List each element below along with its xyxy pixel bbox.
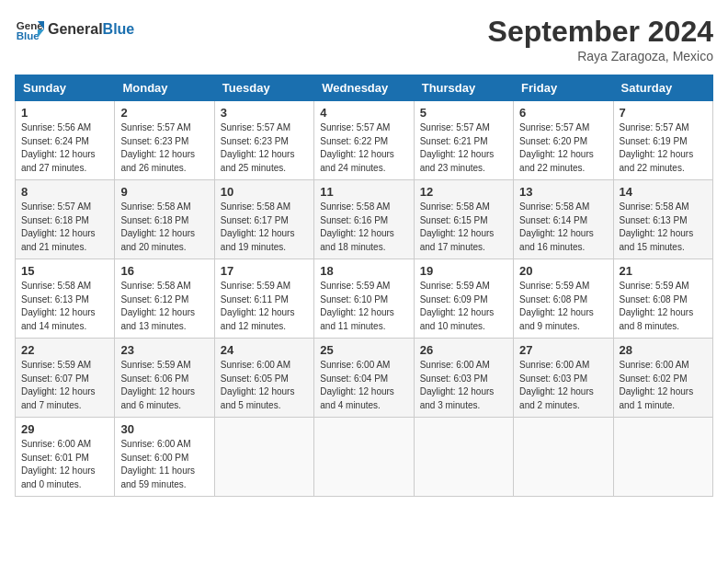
day-number: 7 xyxy=(620,106,707,120)
calendar-cell xyxy=(613,418,712,497)
calendar-cell: 22Sunrise: 5:59 AM Sunset: 6:07 PM Dayli… xyxy=(16,339,115,418)
day-info: Sunrise: 6:00 AM Sunset: 6:03 PM Dayligh… xyxy=(519,359,607,412)
day-info: Sunrise: 5:57 AM Sunset: 6:18 PM Dayligh… xyxy=(21,201,108,254)
day-number: 3 xyxy=(221,106,308,120)
day-number: 26 xyxy=(420,343,507,357)
calendar-cell: 5Sunrise: 5:57 AM Sunset: 6:21 PM Daylig… xyxy=(414,101,513,180)
day-number: 15 xyxy=(21,264,108,278)
calendar-cell: 13Sunrise: 5:58 AM Sunset: 6:14 PM Dayli… xyxy=(514,180,613,259)
calendar-header: SundayMondayTuesdayWednesdayThursdayFrid… xyxy=(16,75,713,101)
day-number: 28 xyxy=(620,343,707,357)
calendar-cell xyxy=(214,418,313,497)
day-info: Sunrise: 6:00 AM Sunset: 6:00 PM Dayligh… xyxy=(120,438,208,491)
logo-text: GeneralBlue xyxy=(48,20,134,38)
day-number: 17 xyxy=(221,264,308,278)
weekday-saturday: Saturday xyxy=(613,75,712,101)
calendar-cell: 7Sunrise: 5:57 AM Sunset: 6:19 PM Daylig… xyxy=(613,101,712,180)
calendar-cell: 25Sunrise: 6:00 AM Sunset: 6:04 PM Dayli… xyxy=(314,339,414,418)
calendar-cell xyxy=(414,418,513,497)
day-info: Sunrise: 6:00 AM Sunset: 6:02 PM Dayligh… xyxy=(620,359,707,412)
day-info: Sunrise: 5:58 AM Sunset: 6:17 PM Dayligh… xyxy=(221,201,308,254)
page-header: General Blue GeneralBlue September 2024 … xyxy=(15,15,713,63)
calendar-cell: 27Sunrise: 6:00 AM Sunset: 6:03 PM Dayli… xyxy=(514,339,613,418)
calendar-cell: 10Sunrise: 5:58 AM Sunset: 6:17 PM Dayli… xyxy=(214,180,313,259)
day-number: 18 xyxy=(320,264,407,278)
day-info: Sunrise: 5:57 AM Sunset: 6:20 PM Dayligh… xyxy=(519,121,607,175)
day-number: 1 xyxy=(21,106,108,120)
day-info: Sunrise: 6:00 AM Sunset: 6:05 PM Dayligh… xyxy=(221,359,308,412)
calendar-cell: 9Sunrise: 5:58 AM Sunset: 6:18 PM Daylig… xyxy=(115,180,214,259)
weekday-tuesday: Tuesday xyxy=(214,75,313,101)
calendar-cell: 11Sunrise: 5:58 AM Sunset: 6:16 PM Dayli… xyxy=(314,180,414,259)
day-info: Sunrise: 5:58 AM Sunset: 6:13 PM Dayligh… xyxy=(620,201,707,254)
day-number: 27 xyxy=(519,343,607,357)
day-number: 14 xyxy=(620,185,707,199)
day-info: Sunrise: 5:59 AM Sunset: 6:09 PM Dayligh… xyxy=(420,280,507,333)
day-number: 24 xyxy=(221,343,308,357)
calendar-cell: 6Sunrise: 5:57 AM Sunset: 6:20 PM Daylig… xyxy=(514,101,613,180)
day-number: 9 xyxy=(120,185,208,199)
day-info: Sunrise: 5:59 AM Sunset: 6:07 PM Dayligh… xyxy=(21,359,108,412)
calendar-cell: 19Sunrise: 5:59 AM Sunset: 6:09 PM Dayli… xyxy=(414,259,513,339)
day-number: 8 xyxy=(21,185,108,199)
day-number: 22 xyxy=(21,343,108,357)
calendar-cell: 2Sunrise: 5:57 AM Sunset: 6:23 PM Daylig… xyxy=(115,101,214,180)
day-info: Sunrise: 5:58 AM Sunset: 6:18 PM Dayligh… xyxy=(120,201,208,254)
calendar-week-5: 29Sunrise: 6:00 AM Sunset: 6:01 PM Dayli… xyxy=(16,418,713,497)
day-info: Sunrise: 5:57 AM Sunset: 6:23 PM Dayligh… xyxy=(120,121,208,175)
day-number: 6 xyxy=(519,106,607,120)
calendar-table: SundayMondayTuesdayWednesdayThursdayFrid… xyxy=(15,75,713,497)
calendar-cell: 1Sunrise: 5:56 AM Sunset: 6:24 PM Daylig… xyxy=(16,101,115,180)
day-info: Sunrise: 5:59 AM Sunset: 6:11 PM Dayligh… xyxy=(221,280,308,333)
day-number: 21 xyxy=(620,264,707,278)
calendar-cell xyxy=(514,418,613,497)
calendar-cell: 18Sunrise: 5:59 AM Sunset: 6:10 PM Dayli… xyxy=(314,259,414,339)
day-info: Sunrise: 5:59 AM Sunset: 6:06 PM Dayligh… xyxy=(120,359,208,412)
calendar-cell: 21Sunrise: 5:59 AM Sunset: 6:08 PM Dayli… xyxy=(613,259,712,339)
weekday-wednesday: Wednesday xyxy=(314,75,414,101)
day-info: Sunrise: 5:58 AM Sunset: 6:15 PM Dayligh… xyxy=(420,201,507,254)
day-info: Sunrise: 6:00 AM Sunset: 6:01 PM Dayligh… xyxy=(21,438,108,491)
calendar-cell: 12Sunrise: 5:58 AM Sunset: 6:15 PM Dayli… xyxy=(414,180,513,259)
calendar-week-3: 15Sunrise: 5:58 AM Sunset: 6:13 PM Dayli… xyxy=(16,259,713,339)
calendar-cell: 28Sunrise: 6:00 AM Sunset: 6:02 PM Dayli… xyxy=(613,339,712,418)
day-info: Sunrise: 5:57 AM Sunset: 6:22 PM Dayligh… xyxy=(320,121,407,175)
day-info: Sunrise: 6:00 AM Sunset: 6:03 PM Dayligh… xyxy=(420,359,507,412)
day-info: Sunrise: 5:57 AM Sunset: 6:19 PM Dayligh… xyxy=(620,121,707,175)
calendar-cell: 4Sunrise: 5:57 AM Sunset: 6:22 PM Daylig… xyxy=(314,101,414,180)
calendar-body: 1Sunrise: 5:56 AM Sunset: 6:24 PM Daylig… xyxy=(16,101,713,497)
calendar-cell: 23Sunrise: 5:59 AM Sunset: 6:06 PM Dayli… xyxy=(115,339,214,418)
calendar-cell: 3Sunrise: 5:57 AM Sunset: 6:23 PM Daylig… xyxy=(214,101,313,180)
calendar-week-1: 1Sunrise: 5:56 AM Sunset: 6:24 PM Daylig… xyxy=(16,101,713,180)
day-number: 16 xyxy=(120,264,208,278)
calendar-cell: 15Sunrise: 5:58 AM Sunset: 6:13 PM Dayli… xyxy=(16,259,115,339)
location: Raya Zaragoza, Mexico xyxy=(488,49,713,63)
weekday-sunday: Sunday xyxy=(16,75,115,101)
calendar-cell: 20Sunrise: 5:59 AM Sunset: 6:08 PM Dayli… xyxy=(514,259,613,339)
day-number: 19 xyxy=(420,264,507,278)
day-info: Sunrise: 5:59 AM Sunset: 6:08 PM Dayligh… xyxy=(620,280,707,333)
weekday-monday: Monday xyxy=(115,75,214,101)
day-number: 2 xyxy=(120,106,208,120)
logo-icon: General Blue xyxy=(15,15,44,44)
calendar-cell: 14Sunrise: 5:58 AM Sunset: 6:13 PM Dayli… xyxy=(613,180,712,259)
day-info: Sunrise: 5:58 AM Sunset: 6:12 PM Dayligh… xyxy=(120,280,208,333)
day-info: Sunrise: 5:59 AM Sunset: 6:10 PM Dayligh… xyxy=(320,280,407,333)
day-number: 29 xyxy=(21,422,108,436)
day-info: Sunrise: 5:59 AM Sunset: 6:08 PM Dayligh… xyxy=(519,280,607,333)
day-number: 23 xyxy=(120,343,208,357)
weekday-friday: Friday xyxy=(514,75,613,101)
calendar-cell: 24Sunrise: 6:00 AM Sunset: 6:05 PM Dayli… xyxy=(214,339,313,418)
day-number: 11 xyxy=(320,185,407,199)
day-number: 25 xyxy=(320,343,407,357)
day-info: Sunrise: 5:58 AM Sunset: 6:13 PM Dayligh… xyxy=(21,280,108,333)
day-number: 30 xyxy=(120,422,208,436)
day-info: Sunrise: 5:57 AM Sunset: 6:23 PM Dayligh… xyxy=(221,121,308,175)
calendar-cell xyxy=(314,418,414,497)
day-number: 13 xyxy=(519,185,607,199)
day-info: Sunrise: 5:57 AM Sunset: 6:21 PM Dayligh… xyxy=(420,121,507,175)
day-number: 4 xyxy=(320,106,407,120)
calendar-week-4: 22Sunrise: 5:59 AM Sunset: 6:07 PM Dayli… xyxy=(16,339,713,418)
day-number: 20 xyxy=(519,264,607,278)
calendar-cell: 8Sunrise: 5:57 AM Sunset: 6:18 PM Daylig… xyxy=(16,180,115,259)
